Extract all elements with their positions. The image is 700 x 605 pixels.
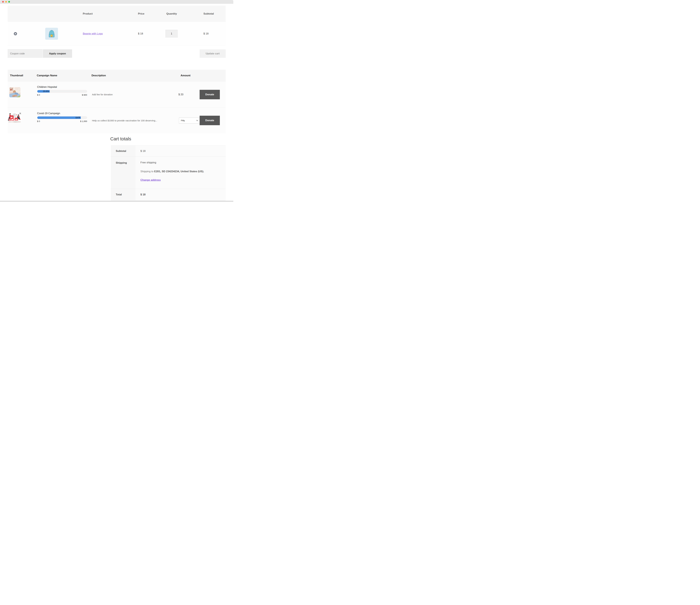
donate-button[interactable]: Donate <box>200 116 220 125</box>
titlebar <box>0 0 233 4</box>
column-header-amount: Amount <box>170 74 198 77</box>
goal-min: $ 0 <box>37 120 40 123</box>
shipping-destination: Shipping to E201, SD 234234234, United S… <box>141 170 226 173</box>
cart-totals-table: Subtotal $ 18 Shipping Free shipping Shi… <box>111 145 226 201</box>
subtotal-label: Subtotal <box>111 146 135 157</box>
cart-item-row: Beanie with Logo $ 18 $ 18 <box>8 22 226 46</box>
cart-totals-title: Cart totals <box>110 136 226 141</box>
campaign-name: Children Hopsital <box>37 85 91 88</box>
campaign-progress-bar: $ 875 <box>37 116 87 119</box>
total-row: Total $ 18 <box>111 189 226 201</box>
beanie-image <box>47 29 56 38</box>
subtotal-value: $ 18 <box>135 146 226 157</box>
hospital-photo <box>9 87 20 97</box>
campaign-row-covid19: Covid-19 Campaign $ 875 $ 0 $ 1,000 Help… <box>8 108 226 133</box>
selected-amount-option: Fifty <box>181 120 185 122</box>
column-header-subtotal: Subtotal <box>185 12 226 15</box>
goal-min: $ 0 <box>37 94 40 96</box>
cart-page: Product Price Quantity Subtotal <box>0 6 233 201</box>
product-thumbnail[interactable] <box>45 28 58 40</box>
zoom-window-button[interactable] <box>8 1 10 3</box>
shipping-method: Free shipping <box>141 161 226 164</box>
quantity-input[interactable] <box>166 30 178 37</box>
item-subtotal: $ 18 <box>185 32 226 35</box>
secondary-thumbnail-strip <box>8 121 21 123</box>
campaign-table-header: Thumbnail Campaign Name Description Amou… <box>8 70 226 81</box>
cart-table-header: Product Price Quantity Subtotal <box>8 6 226 22</box>
column-header-campaign-name: Campaign Name <box>35 74 91 77</box>
campaign-description: Add fee for donation <box>91 93 170 96</box>
column-header-thumbnail: Thumbnail <box>8 74 35 77</box>
apply-coupon-button[interactable]: Apply coupon <box>43 49 72 58</box>
coupon-code-input[interactable] <box>8 49 43 58</box>
column-header-product: Product <box>75 12 130 15</box>
covid-campaign-illustration <box>8 112 22 121</box>
close-window-button[interactable] <box>2 1 4 3</box>
subtotal-row: Subtotal $ 18 <box>111 145 226 157</box>
progress-label: $ 875 <box>76 116 81 119</box>
goal-max: $ 1,000 <box>80 120 87 123</box>
donate-button[interactable]: Donate <box>200 90 220 99</box>
campaign-description: Help us collect $1000 to provide vaccina… <box>91 119 170 122</box>
close-icon <box>15 33 16 34</box>
progress-label: 25.00% <box>43 90 50 93</box>
browser-window: Product Price Quantity Subtotal <box>0 0 233 202</box>
campaign-thumbnail[interactable] <box>8 112 22 123</box>
campaign-name: Covid-19 Campaign <box>37 112 91 115</box>
cart-actions-bar: Apply coupon Update cart <box>8 49 226 58</box>
minimize-window-button[interactable] <box>5 1 7 3</box>
column-header-description: Description <box>91 74 170 77</box>
remove-item-button[interactable] <box>14 32 17 35</box>
column-header-quantity: Quantity <box>159 12 185 15</box>
column-header-price: Price <box>130 12 159 15</box>
goal-max: $ 600 <box>82 94 87 96</box>
item-price: $ 18 <box>130 32 159 35</box>
total-value: $ 18 <box>135 189 226 200</box>
product-link[interactable]: Beanie with Logo <box>83 32 103 35</box>
campaign-progress-bar: 25.00% <box>37 90 87 93</box>
campaign-thumbnail[interactable] <box>9 87 20 97</box>
donation-amount: $ 20 <box>170 93 198 96</box>
change-address-link[interactable]: Change address <box>141 179 161 182</box>
window-bottom-edge <box>0 201 233 202</box>
shipping-label: Shipping <box>111 157 135 189</box>
campaign-row-children-hospital: Children Hopsital 25.00% $ 0 $ 600 Add f… <box>8 81 226 108</box>
donation-amount-select[interactable]: Fifty <box>179 117 200 124</box>
update-cart-button[interactable]: Update cart <box>200 49 226 58</box>
shipping-row: Shipping Free shipping Shipping to E201,… <box>111 157 226 189</box>
total-label: Total <box>111 189 135 200</box>
